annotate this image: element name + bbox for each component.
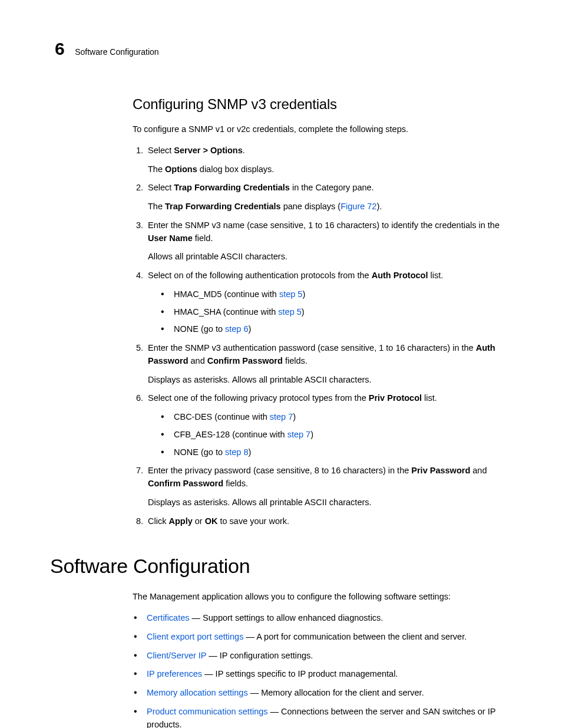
text: NONE (go to [174, 447, 225, 457]
step-5: Enter the SNMP v3 authentication passwor… [146, 342, 512, 386]
config-link-memory-allocation[interactable]: Memory allocation settings [147, 688, 248, 697]
text: Enter the SNMP v3 authentication passwor… [148, 343, 476, 353]
list-item: Memory allocation settings — Memory allo… [134, 687, 512, 700]
config-link-client-export-port[interactable]: Client export port settings [147, 632, 243, 641]
list-item: IP preferences — IP settings specific to… [134, 668, 512, 681]
list-item: Certificates — Support settings to allow… [134, 612, 512, 625]
step-1-text: Select Server > Options. [148, 144, 512, 157]
page: 6 Software Configuration Configuring SNM… [0, 0, 562, 728]
chapter-title: Software Configuration [75, 46, 158, 58]
step-6-bullets: CBC-DES (continue with step 7) CFB_AES-1… [161, 411, 512, 459]
step-3-follow: Allows all printable ASCII characters. [148, 251, 512, 263]
bullet: NONE (go to step 6) [161, 323, 512, 336]
text: Select one of the following privacy prot… [148, 393, 369, 403]
text: and [470, 466, 487, 475]
bullet: NONE (go to step 8) [161, 446, 512, 459]
text: — IP configuration settings. [206, 651, 313, 660]
text: to save your work. [217, 516, 289, 526]
list-item: Product communication settings — Connect… [134, 706, 512, 728]
config-link-certificates[interactable]: Certificates [147, 613, 190, 622]
bold-text: Trap Forwarding Credentials [174, 183, 290, 192]
step-8-text: Click Apply or OK to save your work. [148, 515, 512, 528]
text: fields. [223, 479, 248, 488]
text: — Support settings to allow enhanced dia… [190, 613, 384, 622]
step-8: Click Apply or OK to save your work. [146, 515, 512, 528]
text: . [243, 146, 245, 155]
text: Select [148, 146, 174, 155]
bold-text: Apply [168, 516, 192, 526]
text: — IP settings specific to IP product man… [202, 669, 398, 678]
text: The [148, 202, 165, 211]
text: ) [302, 289, 305, 299]
bullet: HMAC_SHA (continue with step 5) [161, 306, 512, 319]
bold-text: Priv Protocol [369, 393, 422, 403]
step-link[interactable]: step 5 [279, 289, 303, 299]
step-1: Select Server > Options. The Options dia… [146, 144, 512, 176]
steps-list: Select Server > Options. The Options dia… [128, 144, 512, 528]
step-5-follow: Displays as asterisks. Allows all printa… [148, 374, 512, 387]
bold-text: Server > Options [174, 146, 242, 155]
text: HMAC_MD5 (continue with [174, 289, 279, 299]
bullet: CBC-DES (continue with step 7) [161, 411, 512, 424]
step-2-follow: The Trap Forwarding Credentials pane dis… [148, 200, 512, 213]
step-7-follow: Displays as asterisks. Allows all printa… [148, 496, 512, 509]
text: fields. [283, 356, 308, 365]
step-link[interactable]: step 8 [225, 447, 249, 457]
step-link[interactable]: step 6 [225, 324, 249, 334]
step-1-follow: The Options dialog box displays. [148, 163, 512, 176]
step-link[interactable]: step 5 [278, 307, 302, 317]
step-7-text: Enter the privacy password (case sensiti… [148, 465, 512, 490]
text: or [193, 516, 205, 526]
bold-text: Priv Password [411, 466, 470, 475]
text: — Memory allocation for the client and s… [248, 688, 424, 697]
bold-text: Options [165, 164, 197, 174]
text: Select on of the following authenticatio… [148, 271, 372, 280]
content-column: Configuring SNMP v3 credentials To confi… [133, 94, 512, 528]
bullet: HMAC_MD5 (continue with step 5) [161, 288, 512, 301]
text: CFB_AES-128 (continue with [174, 430, 287, 439]
list-item: Client export port settings — A port for… [134, 631, 512, 644]
step-3: Enter the SNMP v3 name (case sensitive, … [146, 219, 512, 263]
step-2: Select Trap Forwarding Credentials in th… [146, 182, 512, 213]
step-link[interactable]: step 7 [287, 430, 311, 439]
content-column-2: The Management application allows you to… [133, 591, 512, 728]
text: list. [428, 271, 444, 280]
text: field. [193, 233, 213, 243]
text: ) [302, 307, 305, 317]
step-4-bullets: HMAC_MD5 (continue with step 5) HMAC_SHA… [161, 288, 512, 336]
figure-link[interactable]: Figure 72 [340, 202, 376, 211]
text: ) [249, 447, 252, 457]
bold-text: Confirm Password [207, 356, 283, 365]
text: Click [148, 516, 168, 526]
step-6: Select one of the following privacy prot… [146, 392, 512, 459]
text: ). [376, 202, 382, 211]
bullet: CFB_AES-128 (continue with step 7) [161, 429, 512, 442]
text: Enter the SNMP v3 name (case sensitive, … [148, 220, 500, 230]
text: NONE (go to [174, 324, 225, 334]
running-header: 6 Software Configuration [55, 35, 512, 62]
text: pane displays ( [281, 202, 341, 211]
step-5-text: Enter the SNMP v3 authentication passwor… [148, 342, 512, 368]
text: HMAC_SHA (continue with [174, 307, 278, 317]
text: in the Category pane. [290, 183, 374, 192]
config-link-ip-preferences[interactable]: IP preferences [147, 669, 202, 678]
bold-text: OK [205, 516, 218, 526]
text: Enter the privacy password (case sensiti… [148, 466, 411, 475]
step-link[interactable]: step 7 [270, 412, 293, 421]
text: ) [293, 412, 296, 421]
config-link-client-server-ip[interactable]: Client/Server IP [147, 651, 206, 660]
intro-paragraph: To configure a SNMP v1 or v2c credential… [133, 123, 512, 136]
text: The [148, 164, 165, 174]
config-link-product-communication[interactable]: Product communication settings [147, 707, 268, 716]
step-2-text: Select Trap Forwarding Credentials in th… [148, 182, 512, 195]
bold-text: Auth Protocol [372, 271, 428, 280]
text: ) [310, 430, 313, 439]
text: — A port for communication between the c… [243, 632, 467, 641]
text: CBC-DES (continue with [174, 412, 270, 421]
text: ) [249, 324, 252, 334]
step-6-text: Select one of the following privacy prot… [148, 392, 512, 405]
text: dialog box displays. [197, 164, 275, 174]
step-4-text: Select on of the following authenticatio… [148, 269, 512, 282]
bold-text: Confirm Password [148, 479, 223, 488]
text: Select [148, 183, 174, 192]
